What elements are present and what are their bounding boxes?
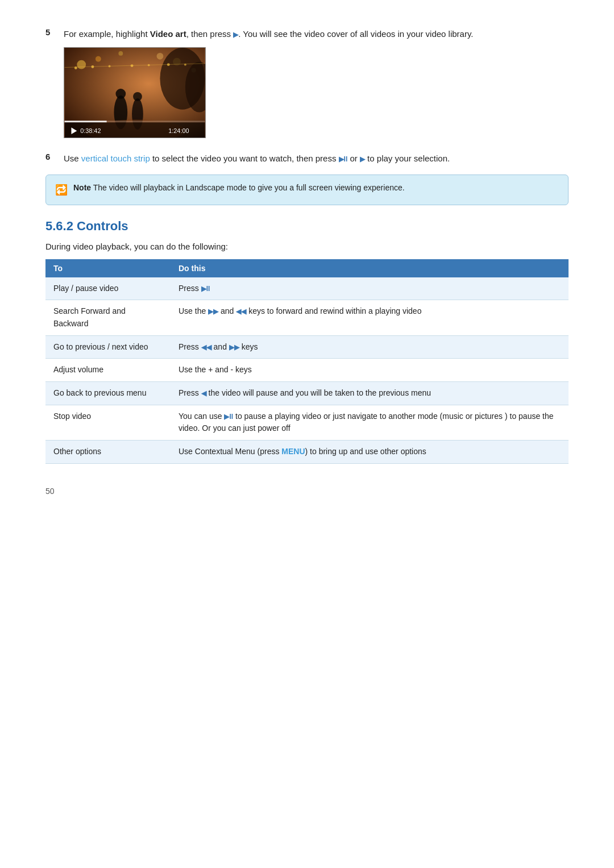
video-thumbnail: 0:38:42 1:24:00 — [64, 47, 206, 138]
rew-icon: ◀◀ — [236, 306, 246, 317]
video-thumbnail-wrapper: 0:38:42 1:24:00 — [64, 47, 569, 138]
svg-rect-23 — [65, 121, 107, 123]
table-row: Go back to previous menu Press ◀ the vid… — [45, 381, 569, 405]
svg-point-2 — [96, 56, 101, 62]
svg-point-12 — [133, 92, 142, 101]
table-cell-to-6: Stop video — [45, 405, 171, 440]
page-number: 50 — [45, 487, 569, 496]
vertical-touch-strip-link[interactable]: vertical touch strip — [81, 153, 150, 163]
table-cell-do-3: Press ◀◀ and ▶▶ keys — [171, 335, 569, 359]
step-6-text-middle: to select the video you want to watch, t… — [150, 153, 339, 163]
table-cell-to-4: Adjust volume — [45, 359, 171, 382]
section-title: 5.6.2 Controls — [45, 219, 569, 234]
svg-point-16 — [91, 65, 94, 68]
note-icon: 🔁 — [55, 182, 68, 198]
svg-text:1:24:00: 1:24:00 — [168, 127, 189, 134]
section-subtitle: During video playback, you can do the fo… — [45, 242, 569, 251]
svg-point-19 — [148, 64, 150, 67]
back-icon: ◀ — [201, 388, 206, 399]
step-5-number: 5 — [45, 27, 64, 37]
note-text: Note The video will playback in Landscap… — [73, 182, 405, 194]
next-icon: ▶▶ — [229, 342, 239, 353]
svg-point-21 — [184, 64, 186, 66]
prev-icon: ◀◀ — [201, 342, 211, 353]
step-6-text-before: Use — [64, 153, 81, 163]
table-row: Search Forward and Backward Use the ▶▶ a… — [45, 300, 569, 335]
menu-text: MENU — [281, 447, 305, 456]
step-5-bold: Video art — [150, 29, 186, 39]
step-6-play-pause-icon: ▶II — [339, 154, 348, 165]
table-cell-do-4: Use the + and - keys — [171, 359, 569, 382]
table-header-to: To — [45, 259, 171, 277]
table-cell-do-5: Press ◀ the video will pause and you wil… — [171, 381, 569, 405]
controls-table: To Do this Play / pause video Press ▶II … — [45, 259, 569, 464]
step-5-play-icon: ▶ — [233, 30, 238, 40]
table-cell-do-1: Press ▶II — [171, 277, 569, 300]
table-header-row: To Do this — [45, 259, 569, 277]
step-6-text-or: or — [347, 153, 360, 163]
ff-icon: ▶▶ — [208, 306, 218, 317]
step-6-block: 6 Use vertical touch strip to select the… — [45, 152, 569, 165]
table-row: Adjust volume Use the + and - keys — [45, 359, 569, 382]
table-row: Play / pause video Press ▶II — [45, 277, 569, 300]
table-cell-to-5: Go back to previous menu — [45, 381, 171, 405]
svg-point-20 — [167, 63, 170, 66]
step-5-block: 5 For example, highlight Video art, then… — [45, 27, 569, 143]
table-cell-to-7: Other options — [45, 441, 171, 464]
step-6-text-end: to play your selection. — [365, 153, 450, 163]
svg-point-10 — [115, 89, 126, 99]
note-box: 🔁 Note The video will playback in Landsc… — [45, 175, 569, 205]
step-6-play-icon: ▶ — [360, 154, 365, 165]
table-row: Stop video You can use ▶II to pause a pl… — [45, 405, 569, 440]
svg-point-5 — [157, 53, 164, 60]
table-cell-do-6: You can use ▶II to pause a playing video… — [171, 405, 569, 440]
table-cell-to-3: Go to previous / next video — [45, 335, 171, 359]
svg-text:0:38:42: 0:38:42 — [80, 127, 101, 134]
step-6-number: 6 — [45, 152, 64, 161]
table-cell-to-2: Search Forward and Backward — [45, 300, 171, 335]
step-6-text: Use vertical touch strip to select the v… — [64, 152, 569, 165]
table-row: Go to previous / next video Press ◀◀ and… — [45, 335, 569, 359]
table-header-do: Do this — [171, 259, 569, 277]
play-pause-btn-2: ▶II — [224, 412, 233, 422]
step-5-text-after: , then press — [186, 29, 234, 39]
table-cell-to-1: Play / pause video — [45, 277, 171, 300]
note-bold-label: Note — [73, 183, 91, 192]
svg-point-17 — [109, 65, 111, 68]
table-cell-do-2: Use the ▶▶ and ◀◀ keys to forward and re… — [171, 300, 569, 335]
step-5-text-before: For example, highlight — [64, 29, 150, 39]
step-5-text: For example, highlight Video art, then p… — [64, 27, 569, 143]
svg-point-6 — [118, 51, 123, 56]
play-pause-btn-1: ▶II — [201, 284, 210, 294]
svg-point-15 — [74, 67, 77, 69]
video-thumb-svg: 0:38:42 1:24:00 — [64, 48, 205, 138]
table-cell-do-7: Use Contextual Menu (press MENU) to brin… — [171, 441, 569, 464]
table-row: Other options Use Contextual Menu (press… — [45, 441, 569, 464]
svg-point-1 — [77, 60, 86, 69]
step-5-text-rest: . You will see the video cover of all vi… — [238, 29, 473, 39]
svg-point-18 — [131, 64, 134, 67]
